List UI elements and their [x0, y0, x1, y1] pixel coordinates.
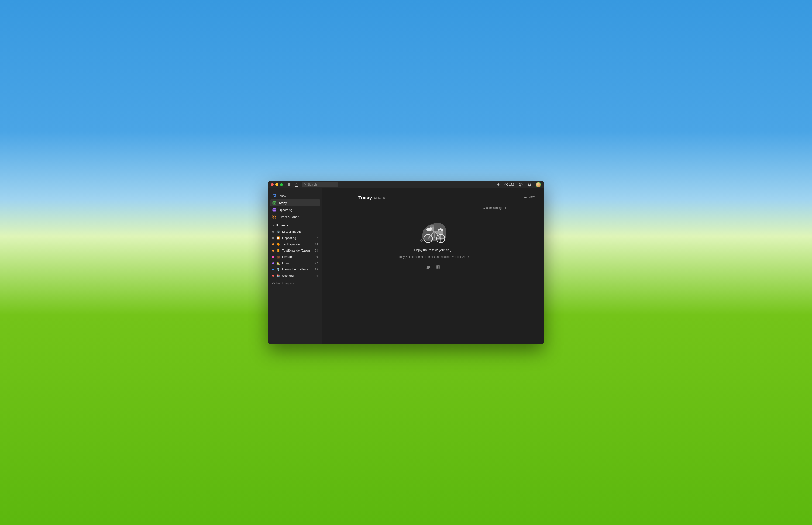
home-button[interactable]	[294, 182, 299, 188]
check-circle-icon	[504, 183, 508, 186]
minimize-window-button[interactable]	[275, 183, 278, 186]
project-item[interactable]: 📚Stanford6	[270, 272, 320, 279]
project-item[interactable]: 🔶TextExpander18	[270, 241, 320, 247]
sidebar-item-inbox[interactable]: Inbox	[270, 192, 320, 199]
sidebar-item-label: Today	[279, 201, 287, 205]
plus-icon	[496, 182, 501, 187]
project-item[interactable]: 🗃️Miscellaneous7	[270, 228, 320, 235]
view-button[interactable]: View	[524, 195, 535, 198]
project-label: Repeating	[282, 236, 312, 240]
sidebar-item-label: Inbox	[279, 194, 286, 198]
project-color-dot	[272, 262, 274, 264]
svg-line-30	[420, 239, 422, 241]
project-color-dot	[272, 250, 274, 252]
svg-line-33	[445, 239, 447, 241]
sliders-icon	[524, 195, 527, 198]
search-input[interactable]	[308, 183, 336, 186]
sidebar-item-label: Filters & Labels	[279, 215, 300, 219]
search-field[interactable]	[302, 182, 338, 188]
bell-icon	[528, 183, 531, 186]
svg-text:16: 16	[273, 202, 275, 204]
sidebar-item-label: Upcoming	[279, 208, 292, 212]
archived-projects-link[interactable]: Archived projects	[270, 279, 320, 288]
project-count: 27	[315, 261, 318, 265]
twitter-icon	[426, 265, 430, 269]
productivity-count: 17/3	[509, 183, 515, 186]
sidebar-item-upcoming[interactable]: Upcoming	[270, 206, 320, 213]
empty-title: Enjoy the rest of your day.	[414, 248, 452, 252]
close-window-button[interactable]	[271, 183, 274, 186]
productivity-button[interactable]: 17/3	[504, 183, 515, 186]
main-pane: View Today Fri Sep 16 Custom sorting	[322, 188, 544, 344]
svg-rect-18	[273, 215, 274, 216]
project-count: 6	[316, 274, 318, 278]
add-task-button[interactable]	[495, 182, 501, 188]
project-item[interactable]: 🎙️Hemispheric Views23	[270, 266, 320, 272]
svg-point-41	[438, 229, 440, 230]
project-count: 37	[315, 236, 318, 240]
project-emoji: 🔶	[276, 243, 280, 246]
project-emoji: 💼	[276, 255, 280, 258]
project-item[interactable]: 💼Personal20	[270, 254, 320, 260]
projects-section-label: Projects	[276, 224, 288, 227]
notifications-button[interactable]	[527, 182, 532, 188]
empty-state: Enjoy the rest of your day. Today you co…	[358, 217, 508, 269]
project-item[interactable]: 🏡Home27	[270, 260, 320, 266]
avatar[interactable]	[536, 182, 541, 188]
page-title: Today	[358, 195, 372, 200]
calendar-icon	[272, 208, 276, 212]
svg-line-4	[305, 185, 306, 185]
sidebar: Inbox 16 Today Upcoming Filters & Labels	[268, 188, 322, 344]
svg-point-25	[526, 196, 526, 197]
project-label: Hemispheric Views	[282, 268, 312, 271]
home-icon	[295, 183, 298, 186]
project-color-dot	[272, 243, 274, 245]
view-label: View	[528, 195, 535, 198]
project-emoji: 📚	[276, 274, 280, 277]
sidebar-item-today[interactable]: 16 Today	[270, 199, 320, 206]
svg-rect-20	[273, 217, 274, 219]
sidebar-toggle-button[interactable]	[286, 182, 292, 188]
share-twitter-button[interactable]	[426, 265, 430, 269]
svg-rect-19	[275, 215, 276, 216]
grid-icon	[272, 215, 276, 219]
facebook-icon	[436, 265, 440, 269]
project-item[interactable]: 🔁Repeating37	[270, 235, 320, 241]
project-count: 18	[315, 243, 318, 246]
project-emoji: 🗃️	[276, 230, 280, 233]
svg-line-31	[421, 239, 424, 241]
app-body: Inbox 16 Today Upcoming Filters & Labels	[268, 188, 544, 344]
page-header: Today Fri Sep 16	[358, 195, 508, 200]
project-count: 7	[316, 230, 318, 234]
project-color-dot	[272, 269, 274, 270]
chevron-down-icon	[272, 224, 275, 227]
sidebar-item-filters[interactable]: Filters & Labels	[270, 213, 320, 220]
sort-clear-button[interactable]	[504, 206, 508, 210]
project-count: 23	[315, 268, 318, 271]
search-icon	[304, 183, 306, 186]
project-emoji: 🎙️	[276, 268, 280, 271]
svg-rect-21	[275, 217, 276, 219]
page-date: Fri Sep 16	[373, 197, 385, 200]
sort-label[interactable]: Custom sorting	[483, 206, 502, 210]
help-button[interactable]	[518, 182, 523, 188]
svg-point-7	[505, 183, 508, 186]
project-item[interactable]: 📙TextExpander/Jason53	[270, 247, 320, 254]
app-window: 17/3 Inbox 16 Today	[268, 181, 544, 344]
project-count: 20	[315, 255, 318, 258]
help-icon	[519, 183, 522, 186]
svg-point-27	[525, 197, 525, 198]
titlebar: 17/3	[268, 181, 544, 188]
projects-section-toggle[interactable]: Projects	[270, 220, 320, 228]
close-icon	[505, 207, 507, 209]
menu-icon	[287, 183, 291, 186]
project-label: Personal	[282, 255, 312, 258]
project-label: Miscellaneous	[282, 230, 314, 234]
empty-subtitle: Today you completed 17 tasks and reached…	[397, 255, 469, 258]
fullscreen-window-button[interactable]	[280, 183, 283, 186]
share-facebook-button[interactable]	[436, 265, 440, 269]
sort-row: Custom sorting	[358, 206, 508, 212]
project-emoji: 🏡	[276, 262, 280, 265]
project-label: TextExpander/Jason	[282, 249, 312, 252]
project-emoji: 🔁	[276, 237, 280, 239]
